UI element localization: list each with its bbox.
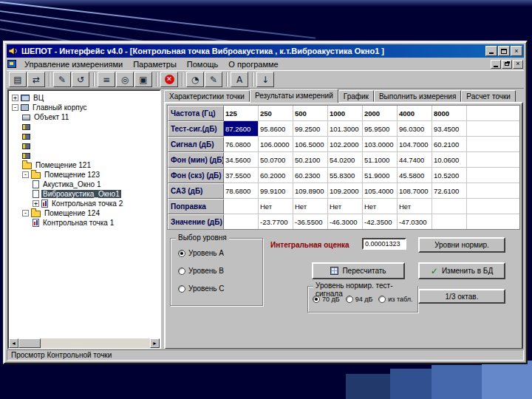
expander-icon[interactable]: + — [33, 200, 39, 207]
analyze-button[interactable]: A — [231, 72, 248, 87]
table-cell[interactable]: 96.0300 — [398, 121, 432, 137]
table-cell[interactable]: 37.5500 — [224, 168, 259, 183]
child-restore-button[interactable] — [502, 60, 512, 69]
scroll-right-button[interactable]: ► — [150, 338, 160, 348]
table-cell[interactable]: 87.2600 — [224, 121, 259, 137]
menu-item[interactable]: О программе — [223, 59, 283, 69]
edit-button[interactable]: ✎ — [53, 72, 71, 87]
tree-item[interactable]: +Контрольная точка 2 — [9, 199, 160, 208]
table-cell[interactable]: 55.8300 — [328, 168, 363, 183]
table-cell[interactable]: Нет — [328, 199, 363, 214]
menu-item[interactable]: Управление измерениями — [19, 59, 128, 69]
child-minimize-button[interactable] — [491, 60, 501, 69]
table-cell[interactable]: 51.1000 — [363, 152, 398, 168]
table-cell[interactable]: 34.5600 — [224, 152, 259, 168]
menu-item[interactable]: Параметры — [128, 59, 182, 69]
title-bar[interactable]: ШЕПОТ - Интерфейс v4.0 - [Контрольная то… — [7, 44, 524, 58]
table-cell[interactable]: 50.0700 — [259, 152, 293, 168]
table-cell[interactable]: 125 — [224, 106, 259, 121]
table-cell[interactable]: 76.0800 — [224, 137, 259, 152]
minimize-button[interactable] — [485, 46, 497, 56]
tab-item[interactable]: Расчет точки — [461, 90, 516, 102]
table-cell[interactable]: Нет — [293, 199, 328, 214]
table-cell[interactable]: 50.2100 — [293, 152, 328, 168]
table-cell[interactable]: 95.9500 — [363, 121, 398, 137]
transfer-button[interactable]: ⇄ — [27, 72, 45, 87]
scroll-track[interactable] — [41, 338, 150, 348]
tab-item[interactable]: Характеристики точки — [164, 90, 250, 102]
table-cell[interactable] — [224, 214, 259, 230]
tree-item[interactable]: -Помещение 124 — [9, 208, 160, 218]
table-cell[interactable]: 102.2000 — [328, 137, 363, 152]
table-cell[interactable]: -23.7700 — [259, 214, 293, 230]
table-cell[interactable]: 99.2500 — [293, 121, 328, 137]
table-cell[interactable]: 103.0000 — [363, 137, 398, 152]
norm-radio[interactable]: 70 дБ — [313, 296, 340, 303]
tree-item[interactable]: -Главный корпус — [9, 103, 160, 112]
table-cell[interactable]: 10.5200 — [432, 168, 467, 183]
expander-icon[interactable]: + — [12, 95, 18, 101]
table-cell[interactable]: Нет — [363, 199, 398, 214]
tab-item[interactable]: Выполнить измерения — [374, 90, 461, 102]
table-cell[interactable]: -36.5500 — [293, 214, 328, 230]
table-cell[interactable]: 105.4000 — [363, 183, 398, 199]
third-octave-button[interactable]: 1/3 октав. — [418, 289, 505, 304]
tab-item[interactable]: График — [338, 90, 374, 102]
table-cell[interactable]: 10.0600 — [432, 152, 467, 168]
level-radio[interactable]: Уровень С — [178, 284, 225, 293]
table-cell[interactable]: 93.4500 — [432, 121, 467, 137]
table-cell[interactable]: 106.5000 — [293, 137, 328, 152]
table-cell[interactable] — [432, 199, 467, 214]
table-cell[interactable]: 78.6800 — [224, 183, 259, 199]
table-cell[interactable] — [432, 214, 467, 230]
table-cell[interactable]: 95.8600 — [259, 121, 293, 137]
tree-item[interactable] — [9, 141, 160, 151]
maximize-button[interactable] — [498, 46, 510, 56]
table-cell[interactable]: 1000 — [328, 106, 363, 121]
table-cell[interactable]: 51.9000 — [363, 168, 398, 183]
refresh-button[interactable]: ↺ — [72, 72, 89, 87]
table-cell[interactable]: 108.7000 — [398, 183, 432, 199]
tree-item[interactable]: Помещение 121 — [9, 160, 160, 170]
norm-radio[interactable]: из табл. — [378, 296, 412, 303]
table-cell[interactable]: 60.2100 — [432, 137, 467, 152]
table-cell[interactable]: -42.3500 — [363, 214, 398, 230]
table-cell[interactable]: 45.5800 — [398, 168, 432, 183]
table-cell[interactable]: 54.0200 — [328, 152, 363, 168]
tree-item[interactable] — [9, 151, 160, 160]
tree-item[interactable]: +ВЦ — [9, 93, 160, 103]
expander-icon[interactable]: - — [22, 210, 29, 216]
report-button[interactable]: ▤ — [9, 72, 27, 87]
change-db-button[interactable]: ✓ Изменить в БД — [418, 262, 505, 279]
tree-horizontal-scrollbar[interactable]: ◄ ► — [9, 338, 160, 348]
list-button[interactable]: ≡ — [98, 72, 115, 87]
level-radio[interactable]: Уровень В — [178, 267, 225, 275]
table-cell[interactable]: 106.0000 — [259, 137, 293, 152]
scroll-thumb[interactable] — [18, 338, 41, 348]
menu-item[interactable]: Помощь — [182, 59, 224, 69]
table-cell[interactable]: 104.7000 — [398, 137, 432, 152]
levels-norm-button[interactable]: Уровни нормир. — [418, 237, 505, 253]
table-cell[interactable]: 109.8900 — [293, 183, 328, 199]
table-cell[interactable]: 72.6100 — [432, 183, 467, 199]
table-cell[interactable]: 8000 — [432, 106, 467, 121]
close-button[interactable]: × — [511, 46, 522, 56]
recalculate-button[interactable]: Пересчитать — [312, 262, 405, 279]
tree-item[interactable] — [9, 122, 160, 132]
child-close-button[interactable]: × — [513, 60, 523, 69]
stop-button[interactable]: ✕ — [160, 72, 178, 87]
tree-item[interactable]: Объект 11 — [9, 112, 160, 122]
table-cell[interactable]: -46.3000 — [328, 214, 363, 230]
tree-item[interactable]: Контрольная точка 1 — [9, 218, 160, 228]
import-button[interactable]: ↓ — [256, 72, 274, 87]
table-cell[interactable]: 60.2300 — [293, 168, 328, 183]
level-radio[interactable]: Уровень А — [178, 249, 225, 257]
tree-item[interactable]: Виброакустика_Окно1 — [9, 189, 160, 199]
table-cell[interactable]: 109.2000 — [328, 183, 363, 199]
table-cell[interactable]: 44.7400 — [398, 152, 432, 168]
tree-item[interactable] — [9, 132, 160, 141]
table-cell[interactable]: 60.2000 — [259, 168, 293, 183]
copy-button[interactable]: ▣ — [134, 72, 152, 87]
schedule-button[interactable]: ◔ — [186, 72, 204, 87]
table-cell[interactable] — [224, 199, 259, 214]
